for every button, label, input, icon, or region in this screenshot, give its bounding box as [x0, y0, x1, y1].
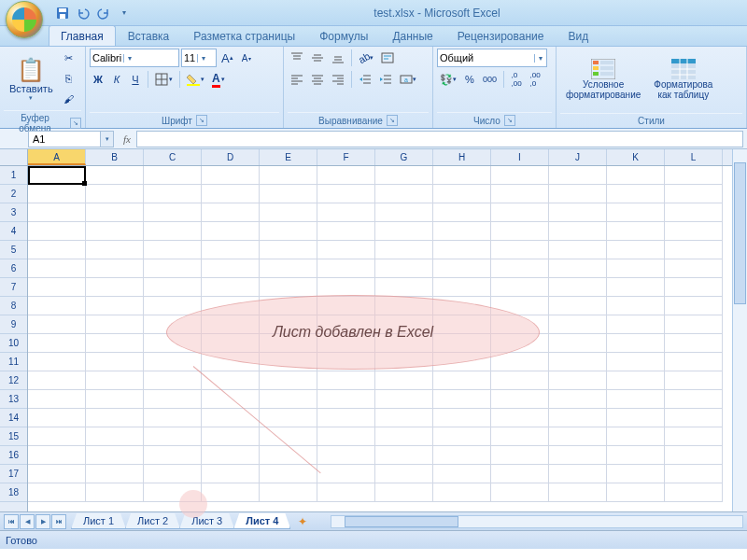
row-headers: 1 2 3 4 5 6 7 8 9 10 11 12 13 14 15 16 1…: [0, 149, 28, 511]
number-format-combo[interactable]: Общий▾: [437, 49, 547, 67]
column-header[interactable]: E: [260, 149, 317, 165]
align-middle-icon[interactable]: [308, 49, 327, 67]
qat-customize-icon[interactable]: ▾: [116, 5, 133, 21]
row-header[interactable]: 17: [0, 465, 27, 483]
vertical-scrollbar[interactable]: [732, 149, 747, 511]
conditional-format-button[interactable]: Условное форматирование: [560, 49, 646, 110]
horizontal-scrollbar[interactable]: [331, 515, 743, 528]
row-header[interactable]: 15: [0, 427, 27, 446]
row-header[interactable]: 1: [0, 166, 27, 185]
sheet-nav-next-icon[interactable]: ▶: [35, 514, 50, 529]
row-header[interactable]: 8: [0, 297, 27, 315]
number-launcher-icon[interactable]: ↘: [504, 115, 515, 126]
format-painter-icon[interactable]: 🖌: [61, 90, 78, 108]
row-header[interactable]: 6: [0, 259, 27, 278]
orientation-icon[interactable]: ab▾: [356, 49, 376, 67]
column-header[interactable]: G: [375, 149, 433, 165]
underline-button[interactable]: Ч: [127, 70, 144, 89]
row-header[interactable]: 12: [0, 371, 27, 390]
column-header[interactable]: I: [491, 149, 549, 165]
row-header[interactable]: 3: [0, 203, 27, 222]
column-header[interactable]: A: [28, 149, 86, 165]
wrap-text-icon[interactable]: [378, 49, 397, 67]
alignment-launcher-icon[interactable]: ↘: [387, 115, 398, 126]
increase-decimal-icon[interactable]: ,0,00: [508, 70, 525, 89]
tab-data[interactable]: Данные: [380, 25, 444, 46]
paste-button[interactable]: 📋 Вставить ▾: [4, 49, 59, 110]
align-top-icon[interactable]: [288, 49, 306, 67]
namebox-dropdown-icon[interactable]: ▾: [100, 132, 113, 147]
percent-format-button[interactable]: %: [461, 70, 478, 89]
column-header[interactable]: D: [202, 149, 260, 165]
formula-input[interactable]: [136, 131, 743, 147]
tab-review[interactable]: Рецензирование: [445, 25, 557, 46]
align-left-icon[interactable]: [288, 70, 306, 89]
shrink-font-icon[interactable]: A▾: [238, 49, 255, 67]
font-size-combo[interactable]: 11▾: [181, 49, 217, 67]
row-header[interactable]: 4: [0, 222, 27, 241]
cut-icon[interactable]: ✂: [61, 49, 78, 67]
tab-home[interactable]: Главная: [49, 25, 116, 46]
font-launcher-icon[interactable]: ↘: [196, 115, 207, 126]
sheet-nav-first-icon[interactable]: ⏮: [4, 514, 19, 529]
tab-view[interactable]: Вид: [556, 25, 600, 46]
redo-icon[interactable]: [95, 5, 112, 21]
decrease-decimal-icon[interactable]: ,00,0: [527, 70, 543, 89]
row-header[interactable]: 14: [0, 409, 27, 427]
borders-icon[interactable]: ▾: [152, 70, 176, 89]
sheet-nav-last-icon[interactable]: ⏭: [51, 514, 66, 529]
fx-icon[interactable]: fx: [123, 133, 131, 145]
column-header[interactable]: H: [433, 149, 491, 165]
accounting-format-icon[interactable]: 💱▾: [437, 70, 459, 89]
row-header[interactable]: 5: [0, 241, 27, 259]
font-name-combo[interactable]: Calibri▾: [90, 49, 179, 67]
align-bottom-icon[interactable]: [329, 49, 347, 67]
column-header[interactable]: J: [549, 149, 607, 165]
clipboard-launcher-icon[interactable]: ↘: [70, 118, 81, 129]
increase-indent-icon[interactable]: [376, 70, 395, 89]
row-header[interactable]: 13: [0, 390, 27, 409]
copy-icon[interactable]: ⎘: [61, 69, 78, 88]
column-header[interactable]: K: [607, 149, 665, 165]
grow-font-icon[interactable]: A▴: [218, 49, 236, 67]
save-icon[interactable]: [54, 5, 71, 21]
name-box[interactable]: A1 ▾: [28, 131, 114, 147]
column-header[interactable]: B: [86, 149, 144, 165]
svg-rect-41: [593, 66, 599, 70]
sheet-tab-1[interactable]: Лист 1: [71, 513, 126, 529]
row-header[interactable]: 18: [0, 483, 27, 502]
fill-color-icon[interactable]: ▾: [184, 70, 207, 89]
column-header[interactable]: L: [665, 149, 723, 165]
row-header[interactable]: 10: [0, 334, 27, 353]
sheet-tab-2[interactable]: Лист 2: [125, 513, 180, 529]
bold-button[interactable]: Ж: [90, 70, 106, 89]
font-color-icon[interactable]: A▾: [209, 70, 228, 89]
group-font: Calibri▾ 11▾ A▴ A▾ Ж К Ч ▾ ▾ A▾ Шрифт↘: [86, 47, 284, 128]
row-header[interactable]: 11: [0, 353, 27, 371]
sheet-nav-prev-icon[interactable]: ◀: [20, 514, 35, 529]
undo-icon[interactable]: [75, 5, 92, 21]
clipboard-icon: 📋: [17, 57, 45, 83]
select-all-corner[interactable]: [0, 149, 27, 166]
svg-rect-44: [600, 66, 613, 70]
row-header[interactable]: 2: [0, 185, 27, 203]
align-center-icon[interactable]: [308, 70, 327, 89]
row-header[interactable]: 16: [0, 446, 27, 465]
format-as-table-button[interactable]: Форматирова как таблицу: [648, 49, 718, 110]
decrease-indent-icon[interactable]: [356, 70, 374, 89]
new-sheet-icon[interactable]: ✦: [293, 515, 312, 528]
comma-format-icon[interactable]: 000: [480, 70, 500, 89]
italic-button[interactable]: К: [108, 70, 125, 89]
tab-insert[interactable]: Вставка: [116, 25, 182, 46]
alignment-group-label: Выравнивание: [318, 116, 383, 126]
office-button[interactable]: [6, 1, 43, 38]
row-header[interactable]: 9: [0, 315, 27, 334]
sheet-tab-4[interactable]: Лист 4: [233, 513, 290, 529]
merge-center-icon[interactable]: a▾: [397, 70, 419, 89]
align-right-icon[interactable]: [329, 70, 347, 89]
column-header[interactable]: F: [317, 149, 375, 165]
column-header[interactable]: C: [144, 149, 202, 165]
tab-formulas[interactable]: Формулы: [307, 25, 380, 46]
row-header[interactable]: 7: [0, 278, 27, 297]
tab-page-layout[interactable]: Разметка страницы: [181, 25, 307, 46]
